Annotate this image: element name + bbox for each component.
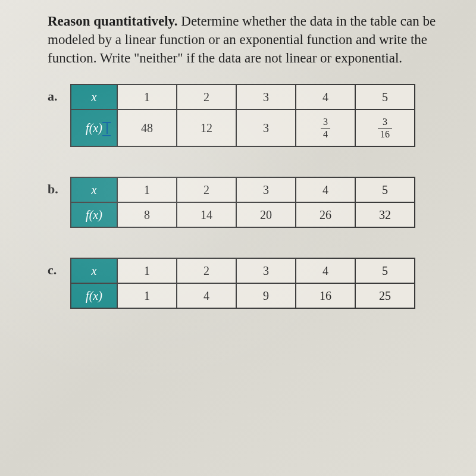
table-cell: 4 xyxy=(296,84,355,109)
row-header-fx: f(x) xyxy=(71,109,117,146)
table-cell: 34 xyxy=(296,109,355,146)
question-prompt: Reason quantitatively. Determine whether… xyxy=(48,12,440,67)
table-cell: 16 xyxy=(296,283,355,308)
fraction: 34 xyxy=(321,117,330,139)
table-cell: 1 xyxy=(117,84,177,109)
table-cell: 9 xyxy=(236,283,296,308)
problem-b: b.x12345f(x)814202632 xyxy=(48,177,440,228)
table-cell: 2 xyxy=(177,177,236,202)
table-cell: 26 xyxy=(296,202,355,227)
data-table: x12345f(x)1491625 xyxy=(70,258,415,309)
data-table: x12345f(x)814202632 xyxy=(70,177,415,228)
table-cell: 48 xyxy=(117,109,177,146)
table-cell: 3 xyxy=(236,84,296,109)
table-cell: 3 xyxy=(236,109,296,146)
table-cell: 3 xyxy=(236,258,296,283)
table-cell: 25 xyxy=(355,283,415,308)
problem-label: a. xyxy=(48,89,63,104)
table-row: f(x)814202632 xyxy=(71,202,415,227)
table-cell: 20 xyxy=(236,202,296,227)
table-cell: 4 xyxy=(296,258,355,283)
fraction-numerator: 3 xyxy=(378,117,392,129)
table-cell: 14 xyxy=(177,202,236,227)
table-cell: 12 xyxy=(177,109,236,146)
problem-label: b. xyxy=(48,181,63,197)
table-cell: 5 xyxy=(355,258,415,283)
table-cell: 5 xyxy=(355,177,415,202)
table-cell: 316 xyxy=(355,109,415,146)
table-cell: 2 xyxy=(177,84,236,109)
table-row: x12345 xyxy=(71,84,415,109)
row-header-x: x xyxy=(71,177,117,202)
fraction-numerator: 3 xyxy=(321,117,330,129)
prompt-bold: Reason quantitatively. xyxy=(48,14,178,29)
table-row: f(x)1491625 xyxy=(71,283,415,308)
table-row: x12345 xyxy=(71,258,415,283)
row-header-fx: f(x) xyxy=(71,283,117,308)
fraction-denominator: 16 xyxy=(378,129,392,139)
row-header-x: x xyxy=(71,84,117,109)
text-cursor-icon: f(x) xyxy=(86,121,102,135)
table-cell: 8 xyxy=(117,202,177,227)
table-cell: 4 xyxy=(296,177,355,202)
problem-label: c. xyxy=(48,262,63,278)
fraction-denominator: 4 xyxy=(321,129,330,139)
row-header-fx: f(x) xyxy=(71,202,117,227)
problem-c: c.x12345f(x)1491625 xyxy=(48,258,440,309)
fraction: 316 xyxy=(378,117,392,139)
row-header-x: x xyxy=(71,258,117,283)
data-table: x12345f(x)4812334316 xyxy=(70,84,415,147)
table-cell: 32 xyxy=(355,202,415,227)
table-row: x12345 xyxy=(71,177,415,202)
table-row: f(x)4812334316 xyxy=(71,109,415,146)
table-cell: 1 xyxy=(117,283,177,308)
table-cell: 2 xyxy=(177,258,236,283)
table-cell: 3 xyxy=(236,177,296,202)
problem-a: a.x12345f(x)4812334316 xyxy=(48,84,440,147)
table-cell: 1 xyxy=(117,177,177,202)
table-cell: 4 xyxy=(177,283,236,308)
table-cell: 5 xyxy=(355,84,415,109)
table-cell: 1 xyxy=(117,258,177,283)
